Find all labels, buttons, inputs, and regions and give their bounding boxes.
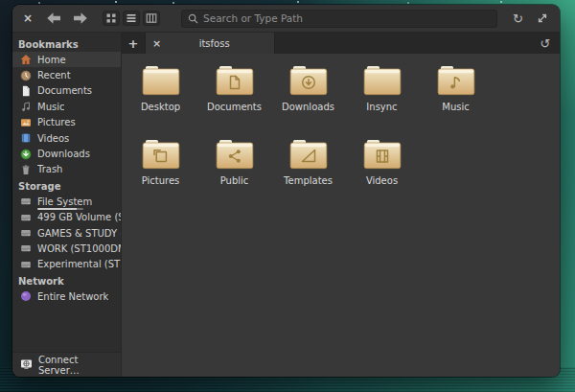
sidebar-item-documents[interactable]: Documents [12,83,121,99]
file-grid: Desktop Documents [122,54,560,377]
folder-icon [437,65,475,96]
folder-label: Templates [284,175,333,186]
folder-insync[interactable]: Insync [345,60,419,134]
main-pane: + × itsfoss ↺ Desktop [122,33,560,377]
new-tab-button[interactable]: + [122,33,145,54]
drive-icon [20,259,32,270]
search-input[interactable] [203,12,491,24]
tab-label: itsfoss [161,38,267,49]
network-icon [20,290,32,302]
sidebar-item-label: Entire Network [37,291,108,302]
folder-icon [142,139,180,170]
search-field[interactable] [181,10,497,28]
toolbar-right: ↻ [513,12,548,25]
sidebar-item-recent[interactable]: Recent [12,67,121,82]
sidebar-header-network: Network [12,272,121,288]
sidebar-item-games-study[interactable]: GAMES & STUDY (S… [12,225,121,241]
refresh-button[interactable]: ↻ [513,12,523,25]
folder-icon [142,65,180,96]
history-button[interactable]: ↺ [531,33,560,54]
column-view-button[interactable] [143,11,160,26]
search-icon [188,13,198,24]
pictures-icon [20,117,32,128]
fullscreen-button[interactable] [537,12,548,24]
drive-icon [20,212,32,223]
sidebar-item-music[interactable]: Music [12,99,121,114]
forward-button[interactable] [72,12,89,25]
downloads-icon [20,149,32,160]
trash-icon [20,164,32,175]
icon-view-button[interactable] [103,11,120,26]
sidebar-item-work[interactable]: WORK (ST1000DM0… [12,241,121,256]
folder-label: Pictures [142,175,180,186]
folder-pictures[interactable]: Pictures [124,134,197,208]
sidebar-item-entire-network[interactable]: Entire Network [12,288,121,304]
sidebar-item-pictures[interactable]: Pictures [12,115,121,130]
folder-icon [363,65,402,96]
drive-icon [20,196,32,207]
sidebar-item-label: 499 GB Volume (Sa… [37,212,121,222]
sidebar-item-downloads[interactable]: Downloads [12,146,121,161]
sidebar-item-label: WORK (ST1000DM0… [37,243,121,254]
folder-icon [289,139,328,170]
connect-server-label: Connect Server… [38,355,121,376]
sidebar-list: Bookmarks Home [12,35,121,352]
back-button[interactable] [45,12,62,25]
forward-arrow-icon [72,12,89,25]
sidebar-item-label: GAMES & STUDY (S… [37,228,121,239]
folder-public[interactable]: Public [197,134,271,208]
sidebar-item-label: Trash [37,164,62,174]
connect-server-button[interactable]: Connect Server… [12,352,121,377]
sidebar-item-label: Documents [37,85,92,96]
sidebar-header-storage: Storage [12,177,121,194]
window-close-button[interactable]: × [20,12,35,25]
folder-label: Public [220,175,249,186]
folder-videos[interactable]: Videos [345,134,419,208]
videos-icon [20,132,32,144]
server-icon [20,358,33,372]
column-view-icon [146,12,157,24]
tab-bar: + × itsfoss ↺ [122,33,560,54]
recent-icon [20,70,32,81]
folder-label: Documents [207,102,262,112]
tabbar-spacer [275,33,531,54]
sidebar-item-label: Downloads [37,149,90,159]
folder-documents[interactable]: Documents [197,60,271,134]
home-icon [20,54,32,65]
tab-itsfoss[interactable]: × itsfoss [145,33,275,54]
sidebar-item-experimental[interactable]: Experimental (ST10… [12,257,121,272]
folder-label: Music [442,102,469,112]
sidebar-item-label: Recent [37,70,71,81]
folder-label: Desktop [141,102,180,112]
folder-templates[interactable]: Templates [271,134,345,208]
sidebar-item-label: Home [37,55,66,65]
toolbar: × [12,5,560,33]
list-view-button[interactable] [123,11,140,26]
sidebar-header-bookmarks: Bookmarks [12,35,121,52]
sidebar-item-label: Experimental (ST10… [37,259,121,269]
folder-downloads[interactable]: Downloads [271,60,345,134]
folder-icon [363,139,402,170]
tab-close-icon[interactable]: × [152,38,161,49]
folder-music[interactable]: Music [419,60,493,134]
view-toggle-group [103,11,160,26]
folder-label: Downloads [282,102,334,112]
sidebar-item-home[interactable]: Home [12,52,121,67]
sidebar-item-label: Pictures [37,117,76,127]
list-view-icon [126,12,137,24]
sidebar-item-videos[interactable]: Videos [12,130,121,146]
expand-icon [537,12,548,24]
folder-desktop[interactable]: Desktop [124,60,197,134]
sidebar-item-file-system[interactable]: File System [12,194,121,209]
back-arrow-icon [45,12,62,25]
document-icon [20,85,32,97]
folder-icon [216,65,254,96]
folder-label: Videos [366,175,398,186]
sidebar-item-volume-499gb[interactable]: 499 GB Volume (Sa… [12,210,121,225]
sidebar: Bookmarks Home [12,33,122,377]
music-icon [20,101,32,112]
file-manager-window: × [12,5,560,377]
drive-icon [20,227,32,239]
drive-icon [20,242,32,254]
sidebar-item-trash[interactable]: Trash [12,162,121,177]
